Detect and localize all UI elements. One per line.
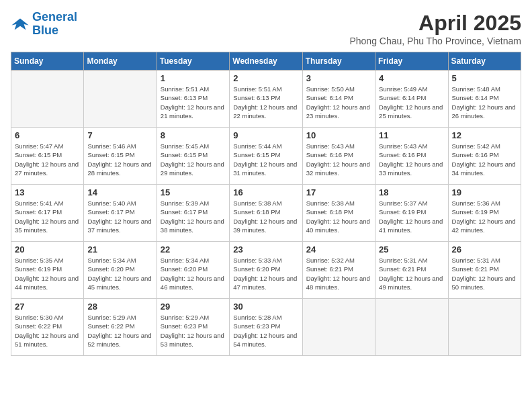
day-info: Sunrise: 5:41 AM Sunset: 6:17 PM Dayligh… — [15, 199, 80, 234]
day-number: 4 — [379, 73, 444, 83]
day-info: Sunrise: 5:39 AM Sunset: 6:17 PM Dayligh… — [161, 199, 226, 234]
day-cell-28: 28Sunrise: 5:29 AM Sunset: 6:22 PM Dayli… — [84, 299, 157, 356]
day-info: Sunrise: 5:38 AM Sunset: 6:18 PM Dayligh… — [306, 199, 371, 234]
week-row-3: 13Sunrise: 5:41 AM Sunset: 6:17 PM Dayli… — [11, 185, 521, 242]
day-number: 20 — [15, 244, 80, 255]
day-number: 3 — [306, 73, 371, 83]
day-number: 11 — [379, 130, 444, 140]
day-cell-23: 23Sunrise: 5:33 AM Sunset: 6:20 PM Dayli… — [230, 242, 302, 299]
day-header-sunday: Sunday — [11, 52, 84, 71]
day-cell-8: 8Sunrise: 5:45 AM Sunset: 6:15 PM Daylig… — [157, 128, 229, 185]
day-number: 2 — [233, 73, 298, 83]
week-row-4: 20Sunrise: 5:35 AM Sunset: 6:19 PM Dayli… — [11, 242, 521, 299]
day-info: Sunrise: 5:34 AM Sunset: 6:20 PM Dayligh… — [161, 256, 226, 291]
day-number: 15 — [161, 187, 226, 197]
day-info: Sunrise: 5:46 AM Sunset: 6:15 PM Dayligh… — [87, 142, 152, 177]
day-info: Sunrise: 5:43 AM Sunset: 6:16 PM Dayligh… — [306, 142, 371, 177]
day-number: 6 — [15, 130, 80, 140]
day-info: Sunrise: 5:45 AM Sunset: 6:15 PM Dayligh… — [161, 142, 226, 177]
day-number: 25 — [379, 244, 444, 255]
day-cell-13: 13Sunrise: 5:41 AM Sunset: 6:17 PM Dayli… — [11, 185, 84, 242]
day-cell-17: 17Sunrise: 5:38 AM Sunset: 6:18 PM Dayli… — [302, 185, 375, 242]
logo-icon — [11, 15, 30, 34]
day-number: 9 — [233, 130, 298, 140]
day-number: 23 — [233, 244, 298, 255]
day-cell-30: 30Sunrise: 5:28 AM Sunset: 6:23 PM Dayli… — [230, 299, 302, 356]
day-cell-19: 19Sunrise: 5:36 AM Sunset: 6:19 PM Dayli… — [448, 185, 521, 242]
day-info: Sunrise: 5:50 AM Sunset: 6:14 PM Dayligh… — [306, 85, 371, 120]
day-number: 8 — [161, 130, 226, 140]
day-number: 30 — [233, 302, 298, 312]
empty-cell — [448, 299, 521, 356]
day-info: Sunrise: 5:51 AM Sunset: 6:13 PM Dayligh… — [161, 85, 226, 120]
day-info: Sunrise: 5:28 AM Sunset: 6:23 PM Dayligh… — [233, 313, 298, 349]
day-number: 5 — [452, 73, 517, 83]
day-number: 16 — [233, 187, 298, 197]
day-info: Sunrise: 5:38 AM Sunset: 6:18 PM Dayligh… — [233, 199, 298, 234]
day-cell-22: 22Sunrise: 5:34 AM Sunset: 6:20 PM Dayli… — [157, 242, 229, 299]
week-row-1: 1Sunrise: 5:51 AM Sunset: 6:13 PM Daylig… — [11, 71, 521, 128]
day-info: Sunrise: 5:47 AM Sunset: 6:15 PM Dayligh… — [15, 142, 80, 177]
day-info: Sunrise: 5:32 AM Sunset: 6:21 PM Dayligh… — [306, 256, 371, 291]
day-info: Sunrise: 5:36 AM Sunset: 6:19 PM Dayligh… — [452, 199, 517, 234]
day-info: Sunrise: 5:49 AM Sunset: 6:14 PM Dayligh… — [379, 85, 444, 120]
day-cell-15: 15Sunrise: 5:39 AM Sunset: 6:17 PM Dayli… — [157, 185, 229, 242]
empty-cell — [302, 299, 375, 356]
day-number: 29 — [161, 302, 226, 312]
day-number: 24 — [306, 244, 371, 255]
day-info: Sunrise: 5:43 AM Sunset: 6:16 PM Dayligh… — [379, 142, 444, 177]
day-number: 27 — [15, 302, 80, 312]
day-header-thursday: Thursday — [302, 52, 375, 71]
day-info: Sunrise: 5:34 AM Sunset: 6:20 PM Dayligh… — [87, 256, 152, 291]
day-info: Sunrise: 5:48 AM Sunset: 6:14 PM Dayligh… — [452, 85, 517, 120]
day-cell-16: 16Sunrise: 5:38 AM Sunset: 6:18 PM Dayli… — [230, 185, 302, 242]
calendar-table: SundayMondayTuesdayWednesdayThursdayFrid… — [11, 52, 521, 356]
day-number: 26 — [452, 244, 517, 255]
day-info: Sunrise: 5:29 AM Sunset: 6:23 PM Dayligh… — [161, 313, 226, 349]
day-header-tuesday: Tuesday — [157, 52, 229, 71]
day-number: 10 — [306, 130, 371, 140]
page-header: General Blue April 2025 Phong Chau, Phu … — [11, 11, 521, 46]
day-info: Sunrise: 5:31 AM Sunset: 6:21 PM Dayligh… — [379, 256, 444, 291]
day-header-saturday: Saturday — [448, 52, 521, 71]
day-info: Sunrise: 5:51 AM Sunset: 6:13 PM Dayligh… — [233, 85, 298, 120]
empty-cell — [11, 71, 84, 128]
day-cell-24: 24Sunrise: 5:32 AM Sunset: 6:21 PM Dayli… — [302, 242, 375, 299]
day-info: Sunrise: 5:30 AM Sunset: 6:22 PM Dayligh… — [15, 313, 80, 349]
day-info: Sunrise: 5:29 AM Sunset: 6:22 PM Dayligh… — [87, 313, 152, 349]
day-number: 18 — [379, 187, 444, 197]
day-cell-12: 12Sunrise: 5:42 AM Sunset: 6:16 PM Dayli… — [448, 128, 521, 185]
day-cell-2: 2Sunrise: 5:51 AM Sunset: 6:13 PM Daylig… — [230, 71, 302, 128]
day-info: Sunrise: 5:42 AM Sunset: 6:16 PM Dayligh… — [452, 142, 517, 177]
day-number: 7 — [87, 130, 152, 140]
day-cell-29: 29Sunrise: 5:29 AM Sunset: 6:23 PM Dayli… — [157, 299, 229, 356]
week-row-2: 6Sunrise: 5:47 AM Sunset: 6:15 PM Daylig… — [11, 128, 521, 185]
day-cell-11: 11Sunrise: 5:43 AM Sunset: 6:16 PM Dayli… — [375, 128, 448, 185]
day-cell-7: 7Sunrise: 5:46 AM Sunset: 6:15 PM Daylig… — [84, 128, 157, 185]
day-cell-18: 18Sunrise: 5:37 AM Sunset: 6:19 PM Dayli… — [375, 185, 448, 242]
empty-cell — [84, 71, 157, 128]
day-number: 28 — [87, 302, 152, 312]
logo: General Blue — [11, 11, 77, 38]
calendar-title: April 2025 — [349, 11, 521, 36]
day-number: 13 — [15, 187, 80, 197]
logo-text: General Blue — [32, 11, 77, 38]
day-cell-25: 25Sunrise: 5:31 AM Sunset: 6:21 PM Dayli… — [375, 242, 448, 299]
day-cell-21: 21Sunrise: 5:34 AM Sunset: 6:20 PM Dayli… — [84, 242, 157, 299]
day-cell-5: 5Sunrise: 5:48 AM Sunset: 6:14 PM Daylig… — [448, 71, 521, 128]
day-number: 21 — [87, 244, 152, 255]
calendar-subtitle: Phong Chau, Phu Tho Province, Vietnam — [349, 36, 521, 46]
day-cell-3: 3Sunrise: 5:50 AM Sunset: 6:14 PM Daylig… — [302, 71, 375, 128]
title-area: April 2025 Phong Chau, Phu Tho Province,… — [349, 11, 521, 46]
day-cell-27: 27Sunrise: 5:30 AM Sunset: 6:22 PM Dayli… — [11, 299, 84, 356]
week-row-5: 27Sunrise: 5:30 AM Sunset: 6:22 PM Dayli… — [11, 299, 521, 356]
day-info: Sunrise: 5:31 AM Sunset: 6:21 PM Dayligh… — [452, 256, 517, 291]
day-number: 17 — [306, 187, 371, 197]
day-cell-6: 6Sunrise: 5:47 AM Sunset: 6:15 PM Daylig… — [11, 128, 84, 185]
day-number: 12 — [452, 130, 517, 140]
day-cell-9: 9Sunrise: 5:44 AM Sunset: 6:15 PM Daylig… — [230, 128, 302, 185]
day-cell-4: 4Sunrise: 5:49 AM Sunset: 6:14 PM Daylig… — [375, 71, 448, 128]
day-info: Sunrise: 5:33 AM Sunset: 6:20 PM Dayligh… — [233, 256, 298, 291]
day-cell-20: 20Sunrise: 5:35 AM Sunset: 6:19 PM Dayli… — [11, 242, 84, 299]
day-cell-1: 1Sunrise: 5:51 AM Sunset: 6:13 PM Daylig… — [157, 71, 229, 128]
